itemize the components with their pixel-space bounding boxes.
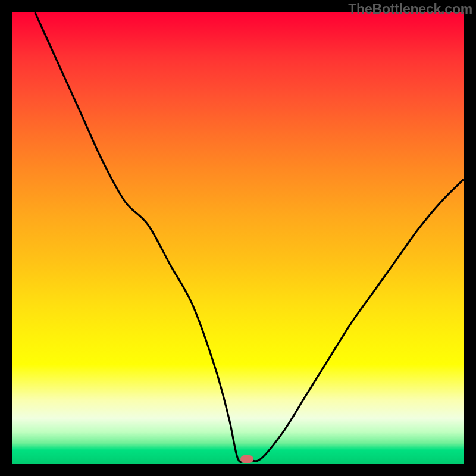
chart-curve-layer — [12, 12, 464, 464]
optimal-point-marker — [240, 455, 253, 463]
branding-watermark: TheBottleneck.com — [348, 1, 472, 17]
bottleneck-curve — [35, 12, 464, 462]
